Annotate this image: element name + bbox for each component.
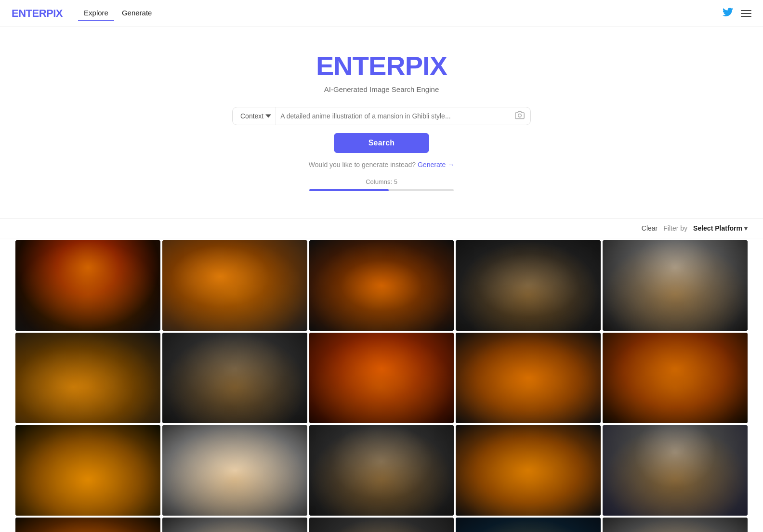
slider-fill [309, 189, 389, 191]
grid-item[interactable] [15, 425, 160, 516]
grid-item[interactable] [162, 240, 307, 331]
columns-label: Columns: 5 [366, 178, 397, 185]
image-grid [0, 238, 763, 532]
context-label: Context [240, 112, 263, 120]
svg-point-0 [518, 114, 522, 117]
grid-item[interactable] [15, 240, 160, 331]
hero-section: ENTERPIX AI-Generated Image Search Engin… [0, 27, 763, 218]
svg-point-5 [633, 261, 717, 317]
hero-logo-blue: PIX [405, 51, 447, 81]
svg-point-14 [487, 446, 570, 502]
nav-right [723, 7, 751, 20]
grid-item[interactable] [456, 518, 601, 532]
columns-control: Columns: 5 [309, 178, 454, 191]
svg-point-2 [193, 261, 276, 317]
grid-item[interactable] [162, 518, 307, 532]
svg-point-1 [46, 261, 130, 317]
platform-dropdown-icon: ▾ [744, 225, 748, 232]
grid-item[interactable] [456, 333, 601, 423]
nav-logo: ENTERPIX [12, 7, 63, 20]
nav-generate[interactable]: Generate [116, 6, 158, 21]
nav-explore[interactable]: Explore [78, 6, 114, 21]
svg-point-10 [633, 353, 717, 409]
filter-by-label: Filter by [663, 224, 687, 232]
filter-bar: Clear Filter by Select Platform ▾ [0, 218, 763, 238]
svg-point-9 [487, 353, 570, 409]
svg-point-3 [340, 261, 423, 317]
platform-select[interactable]: Select Platform ▾ [693, 224, 748, 232]
grid-item[interactable] [603, 518, 748, 532]
generate-link[interactable]: Generate → [418, 161, 454, 169]
grid-item[interactable] [309, 425, 454, 516]
hero-subtitle: AI-Generated Image Search Engine [324, 85, 439, 93]
grid-item[interactable] [456, 240, 601, 331]
svg-point-13 [340, 446, 423, 502]
generate-prompt: Would you like to generate instead? Gene… [309, 161, 455, 169]
platform-label: Select Platform [693, 224, 742, 232]
svg-point-8 [340, 353, 423, 409]
grid-item[interactable] [162, 425, 307, 516]
hero-logo-black: ENTER [316, 51, 405, 81]
hero-logo: ENTERPIX [316, 50, 447, 81]
grid-item[interactable] [603, 333, 748, 423]
search-button[interactable]: Search [334, 133, 430, 153]
columns-slider[interactable] [309, 189, 454, 191]
nav-links: Explore Generate [78, 6, 158, 21]
context-dropdown[interactable]: Context [238, 107, 276, 125]
grid-item[interactable] [15, 518, 160, 532]
navbar: ENTERPIX Explore Generate [0, 0, 763, 27]
grid-item[interactable] [309, 240, 454, 331]
grid-item[interactable] [309, 333, 454, 423]
grid-item[interactable] [603, 425, 748, 516]
search-input[interactable] [280, 112, 515, 120]
svg-point-11 [46, 446, 130, 502]
svg-point-6 [46, 353, 130, 409]
hamburger-menu-icon[interactable] [741, 10, 751, 17]
grid-item[interactable] [309, 518, 454, 532]
search-bar: Context [232, 107, 531, 125]
logo-black: ENTER [12, 7, 46, 19]
grid-item[interactable] [456, 425, 601, 516]
chevron-down-icon [265, 113, 271, 119]
camera-icon[interactable] [515, 110, 525, 122]
grid-item[interactable] [162, 333, 307, 423]
svg-point-15 [633, 446, 717, 502]
logo-blue: PIX [46, 7, 63, 19]
grid-item[interactable] [603, 240, 748, 331]
twitter-icon[interactable] [723, 7, 733, 20]
svg-point-12 [193, 446, 276, 502]
svg-point-7 [193, 353, 276, 409]
svg-point-4 [487, 261, 570, 317]
filter-clear-button[interactable]: Clear [642, 224, 658, 232]
grid-item[interactable] [15, 333, 160, 423]
